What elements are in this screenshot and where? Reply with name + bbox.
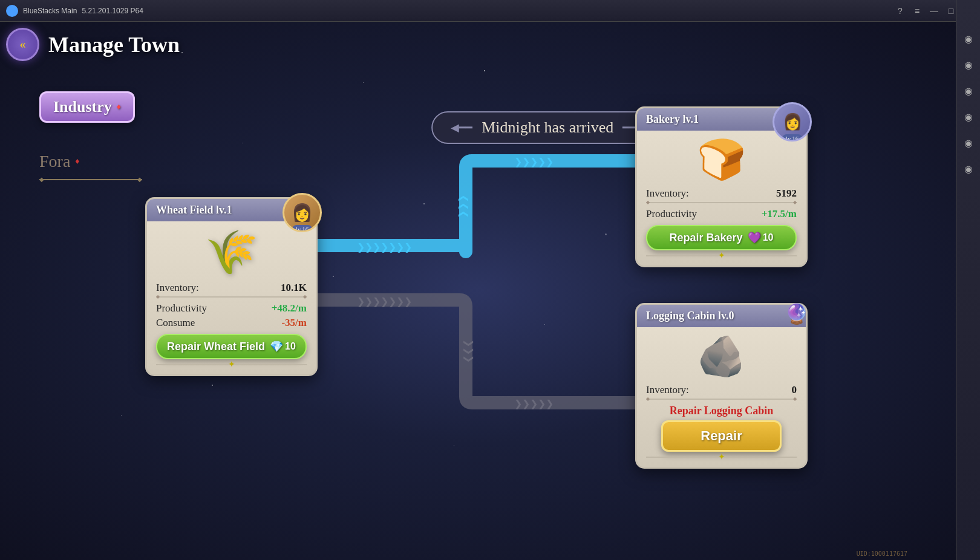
bakery-card-title: Bakery lv.1 — [646, 113, 699, 126]
fora-label: Fora ♦ — [39, 152, 79, 171]
midnight-banner: ◀━━ Midnight has arrived ━━▶ — [431, 111, 664, 144]
fora-diamond: ♦ — [75, 157, 79, 166]
bakery-gem-icon: 💜 — [748, 231, 761, 244]
wheat-card-bottom — [156, 364, 307, 365]
game-area: « Manage Town Industry ♦ Fora ♦ ◀━━ Midn… — [0, 22, 956, 560]
logging-cabin-card: Logging Cabin lv.0 🔮 🪨 Inventory: 0 Repa… — [635, 303, 808, 469]
stars-background — [0, 22, 956, 560]
fora-line — [39, 179, 142, 180]
back-button[interactable]: « — [6, 28, 39, 61]
log-icon: 🪨 — [697, 333, 746, 379]
panel-icon-2[interactable]: ◉ — [960, 56, 977, 73]
wheat-card-body: 🌾 Inventory: 10.1K Productivity +48.2/m … — [147, 221, 316, 374]
repair-wheat-button[interactable]: Repair Wheat Field 💎 10 — [156, 334, 307, 359]
panel-icon-1[interactable]: ◉ — [960, 30, 977, 47]
wheat-icon: 🌾 — [205, 227, 258, 277]
repair-bakery-label: Repair Bakery — [670, 232, 743, 244]
repair-wheat-label: Repair Wheat Field — [167, 340, 265, 353]
panel-icon-4[interactable]: ◉ — [960, 108, 977, 125]
bakery-card: Bakery lv.1 👩 lv.16 🍞 Inventory: 5192 Pr… — [635, 106, 808, 267]
midnight-arrow-left: ◀━━ — [451, 121, 472, 134]
logging-card-body: 🪨 Inventory: 0 Repair Logging Cabin Repa… — [637, 327, 806, 467]
bakery-card-body: 🍞 Inventory: 5192 Productivity +17.5/m R… — [637, 131, 806, 265]
wheat-icon-area: 🌾 — [156, 227, 307, 277]
bakery-card-bottom — [646, 255, 797, 256]
wheat-inventory-label: Inventory: — [156, 282, 199, 294]
wheat-inventory-value: 10.1K — [281, 282, 307, 294]
wheat-avatar-char: 👩 — [292, 203, 313, 223]
logging-inventory-value: 0 — [792, 384, 797, 396]
industry-label: Industry — [53, 98, 112, 116]
repair-bakery-button[interactable]: Repair Bakery 💜 10 — [646, 225, 797, 250]
bakery-icon-area: 🍞 — [646, 137, 797, 183]
wheat-consume-stat: Consume -35/m — [156, 317, 307, 329]
panel-icon-5[interactable]: ◉ — [960, 134, 977, 151]
wheat-inventory-stat: Inventory: 10.1K — [156, 282, 307, 294]
repair-logging-label: Repair Logging Cabin — [646, 405, 797, 417]
logging-gem-icon: 🔮 — [782, 299, 812, 329]
maximize-button[interactable]: □ — [945, 5, 957, 17]
game-header: « Manage Town — [6, 28, 950, 61]
repair-wheat-cost: 💎 10 — [270, 340, 296, 353]
right-panel: ◉ ◉ ◉ ◉ ◉ ◉ — [956, 0, 980, 560]
wheat-card-avatar: 👩 lv.16 — [283, 193, 322, 232]
page-title: Manage Town — [48, 32, 180, 57]
wheat-card-title: Wheat Field lv.1 — [156, 204, 232, 217]
bakery-productivity-stat: Productivity +17.5/m — [646, 208, 797, 220]
panel-icon-6[interactable]: ◉ — [960, 160, 977, 177]
bakery-avatar: 👩 lv.16 — [773, 102, 812, 142]
bread-icon: 🍞 — [697, 137, 746, 183]
bakery-cost-number: 10 — [763, 232, 774, 243]
wheat-consume-value: -35/m — [281, 317, 307, 329]
app-icon — [6, 5, 18, 17]
logging-gem: 🔮 — [785, 302, 809, 325]
wheat-field-card: Wheat Field lv.1 👩 lv.16 🌾 Inventory: 10… — [145, 197, 318, 376]
wheat-inventory-bar — [156, 296, 307, 298]
bakery-inventory-label: Inventory: — [646, 187, 689, 200]
wheat-consume-label: Consume — [156, 317, 195, 329]
repair-bakery-cost: 💜 10 — [748, 231, 774, 244]
bakery-inventory-value: 5192 — [776, 187, 797, 200]
logging-icon-area: 🪨 — [646, 333, 797, 379]
help-button[interactable]: ? — [894, 5, 906, 17]
app-name: BlueStacks Main — [23, 7, 77, 15]
logging-inventory-label: Inventory: — [646, 384, 689, 396]
wheat-productivity-stat: Productivity +48.2/m — [156, 302, 307, 314]
wheat-productivity-value: +48.2/m — [272, 302, 307, 314]
industry-diamond: ♦ — [117, 102, 121, 112]
repair-logging-btn-label: Repair — [701, 428, 742, 443]
repair-logging-button[interactable]: Repair — [661, 420, 782, 452]
bakery-avatar-char: 👩 — [783, 112, 802, 131]
menu-button[interactable]: ≡ — [911, 5, 923, 17]
minimize-button[interactable]: — — [928, 5, 940, 17]
watermark: UID:1000117617 — [857, 550, 907, 557]
logging-inventory-bar — [646, 399, 797, 400]
logging-inventory-stat: Inventory: 0 — [646, 384, 797, 396]
bakery-inventory-stat: Inventory: 5192 — [646, 187, 797, 200]
bakery-productivity-label: Productivity — [646, 208, 697, 220]
industry-button[interactable]: Industry ♦ — [39, 91, 135, 123]
logging-card-header: Logging Cabin lv.0 — [637, 305, 806, 327]
wheat-cost-number: 10 — [285, 341, 296, 352]
logging-card-bottom — [646, 457, 797, 458]
wheat-productivity-label: Productivity — [156, 302, 207, 314]
bakery-inventory-bar — [646, 202, 797, 203]
bakery-productivity-value: +17.5/m — [762, 208, 797, 220]
midnight-text: Midnight has arrived — [482, 119, 613, 137]
panel-icon-3[interactable]: ◉ — [960, 82, 977, 99]
wheat-gem-icon: 💎 — [270, 340, 283, 353]
logging-card-title: Logging Cabin lv.0 — [646, 310, 734, 322]
title-bar: BlueStacks Main 5.21.201.1029 P64 ? ≡ — … — [0, 0, 980, 22]
fora-text: Fora — [39, 152, 70, 171]
app-version: 5.21.201.1029 P64 — [82, 7, 143, 15]
